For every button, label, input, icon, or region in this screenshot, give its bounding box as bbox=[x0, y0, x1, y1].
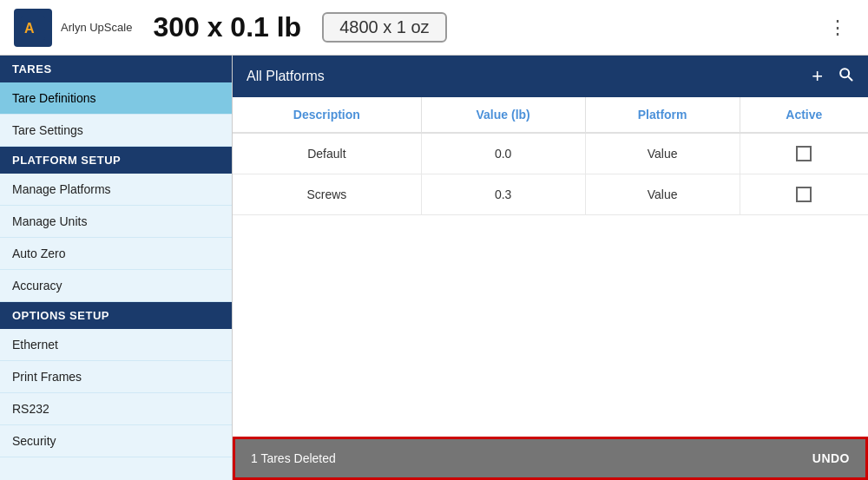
sidebar: TARESTare DefinitionsTare SettingsPLATFO… bbox=[0, 56, 233, 480]
content-area: All Platforms + Description Value (lb) P… bbox=[233, 56, 868, 480]
col-value: Value (lb) bbox=[421, 97, 585, 133]
content-header: All Platforms + bbox=[233, 56, 868, 97]
table-row: Screws0.3Value bbox=[233, 174, 868, 215]
cell-active bbox=[740, 174, 868, 215]
snackbar: 1 Tares Deleted UNDO bbox=[233, 437, 868, 480]
weight-secondary: 4800 x 1 oz bbox=[322, 12, 446, 43]
tare-table: Description Value (lb) Platform Active D… bbox=[233, 97, 868, 215]
snackbar-message: 1 Tares Deleted bbox=[251, 451, 336, 465]
tare-table-wrapper: Description Value (lb) Platform Active D… bbox=[233, 97, 868, 437]
app-header: A Arlyn UpScale 300 x 0.1 lb 4800 x 1 oz… bbox=[0, 0, 868, 56]
col-active: Active bbox=[740, 97, 868, 133]
cell-active bbox=[740, 133, 868, 174]
add-icon[interactable]: + bbox=[812, 65, 823, 88]
col-platform: Platform bbox=[585, 97, 740, 133]
sidebar-item-accuracy[interactable]: Accuracy bbox=[0, 270, 232, 302]
sidebar-item-tare-settings[interactable]: Tare Settings bbox=[0, 115, 232, 147]
svg-text:A: A bbox=[24, 21, 35, 36]
table-header: Description Value (lb) Platform Active bbox=[233, 97, 868, 133]
snackbar-undo-button[interactable]: UNDO bbox=[812, 451, 850, 465]
table-body: Default0.0ValueScrews0.3Value bbox=[233, 133, 868, 215]
col-description: Description bbox=[233, 97, 421, 133]
sidebar-item-ethernet[interactable]: Ethernet bbox=[0, 329, 232, 361]
sidebar-item-rs232[interactable]: RS232 bbox=[0, 393, 232, 425]
content-title: All Platforms bbox=[247, 69, 325, 84]
app-logo: A bbox=[14, 9, 52, 47]
content-header-actions: + bbox=[812, 65, 854, 88]
cell-description: Default bbox=[233, 133, 421, 174]
active-checkbox[interactable] bbox=[796, 146, 812, 161]
sidebar-section-header: PLATFORM SETUP bbox=[0, 147, 232, 174]
sidebar-item-print-frames[interactable]: Print Frames bbox=[0, 361, 232, 393]
cell-value: 0.3 bbox=[421, 174, 585, 215]
menu-icon[interactable]: ⋮ bbox=[821, 13, 854, 43]
cell-platform: Value bbox=[585, 133, 740, 174]
sidebar-item-manage-platforms[interactable]: Manage Platforms bbox=[0, 174, 232, 206]
cell-value: 0.0 bbox=[421, 133, 585, 174]
main-layout: TARESTare DefinitionsTare SettingsPLATFO… bbox=[0, 56, 868, 480]
sidebar-item-security[interactable]: Security bbox=[0, 425, 232, 457]
weight-main: 300 x 0.1 lb bbox=[153, 11, 301, 43]
sidebar-section-header: TARES bbox=[0, 56, 232, 82]
cell-platform: Value bbox=[585, 174, 740, 215]
app-name: Arlyn UpScale bbox=[61, 21, 132, 34]
search-icon[interactable] bbox=[837, 65, 854, 88]
table-row: Default0.0Value bbox=[233, 133, 868, 174]
sidebar-item-tare-definitions[interactable]: Tare Definitions bbox=[0, 82, 232, 115]
active-checkbox[interactable] bbox=[796, 187, 812, 202]
sidebar-section-header: OPTIONS SETUP bbox=[0, 302, 232, 329]
sidebar-item-manage-units[interactable]: Manage Units bbox=[0, 206, 232, 238]
sidebar-item-auto-zero[interactable]: Auto Zero bbox=[0, 238, 232, 270]
cell-description: Screws bbox=[233, 174, 421, 215]
